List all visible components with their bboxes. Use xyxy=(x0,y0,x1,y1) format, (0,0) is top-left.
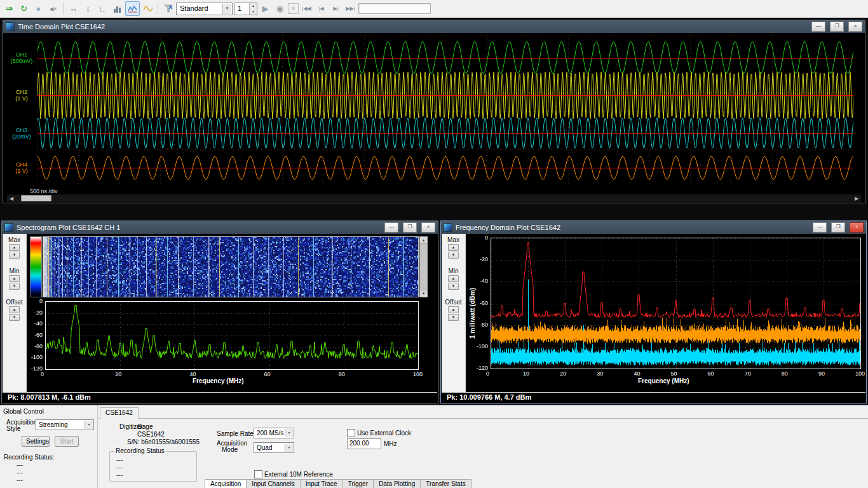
offset-down-button[interactable]: ▼ xyxy=(448,314,459,321)
count-spinner[interactable]: 1 ▲▼ xyxy=(234,3,257,15)
acquisition-style-select[interactable]: Streaming ▼ xyxy=(36,419,94,430)
run-icon[interactable]: ⇒ xyxy=(3,2,16,15)
bottom-control-panel: Global Control Acquisition Style Streami… xyxy=(0,405,868,488)
scroll-right-icon[interactable]: ▶ xyxy=(852,196,861,201)
close-button[interactable]: × xyxy=(848,22,862,32)
first-frame-button[interactable]: |◀◀ xyxy=(300,2,313,15)
time-domain-plot[interactable] xyxy=(37,36,853,187)
prev-frame-button[interactable]: |◀ xyxy=(315,2,328,15)
device-tab[interactable]: CSE1642 xyxy=(100,407,139,419)
digitizer-serial: S/N: b6e01555/a6001555 xyxy=(127,438,200,445)
bottom-tab-transfer-stats[interactable]: Transfer Stats xyxy=(420,479,471,488)
max-up-button[interactable]: ▲ xyxy=(448,244,459,251)
max-control: Max ▲ ▼ xyxy=(442,236,465,259)
spectrum-xlabel: Frequency (MHz) xyxy=(193,377,244,384)
recording-status-line: --- xyxy=(17,461,23,469)
close-button[interactable]: × xyxy=(850,222,864,233)
colorscale-bar xyxy=(30,236,42,297)
preset-value: Standard xyxy=(180,4,208,12)
ch1-spectrum-plot[interactable] xyxy=(45,301,419,370)
settings-button[interactable]: Settings xyxy=(22,436,50,447)
close-button[interactable]: × xyxy=(421,222,435,233)
max-up-button[interactable]: ▲ xyxy=(9,244,20,251)
start-button[interactable]: Start xyxy=(55,436,79,447)
restore-button[interactable]: ❐ xyxy=(403,222,417,233)
external-clock-units-label: MHz xyxy=(384,440,397,447)
restore-button[interactable]: ❐ xyxy=(831,222,845,233)
min-up-button[interactable]: ▲ xyxy=(9,275,20,282)
bottom-tab-input-channels[interactable]: Input Channels xyxy=(246,479,300,488)
offset-down-button[interactable]: ▼ xyxy=(9,314,20,321)
spin-up-icon[interactable]: ▲ xyxy=(249,3,257,9)
histogram-icon[interactable] xyxy=(111,2,124,15)
abort-button[interactable]: × xyxy=(288,3,299,14)
acquisition-mode-select[interactable]: Quad ▼ xyxy=(254,442,294,453)
window-title: Spectrogram Plot CSE1642 CH 1 xyxy=(17,224,380,231)
frequency-scale-controls: Max ▲ ▼ Min ▲ ▼ Offset ▲ ▼ xyxy=(442,234,466,392)
sphere-icon[interactable]: ● xyxy=(32,2,45,15)
spin-down-icon[interactable]: ▼ xyxy=(249,9,257,15)
minimize-button[interactable]: — xyxy=(384,222,398,233)
frequency-domain-plot[interactable] xyxy=(491,238,861,369)
use-external-clock-checkbox[interactable] xyxy=(347,429,355,437)
restore-button[interactable]: ❐ xyxy=(830,22,844,32)
chevron-down-icon[interactable]: ▼ xyxy=(85,421,93,429)
waterfall-scrollbar[interactable]: ▲ ▼ xyxy=(419,236,428,297)
chevron-down-icon[interactable]: ▼ xyxy=(285,429,293,437)
bottom-tab-trigger[interactable]: Trigger xyxy=(342,479,374,488)
min-down-button[interactable]: ▼ xyxy=(448,283,459,290)
bottom-tab-acquisition[interactable]: Acquisition xyxy=(205,479,247,488)
message-box[interactable] xyxy=(358,3,431,14)
external-ref-checkbox[interactable] xyxy=(254,470,262,478)
minimize-button[interactable]: — xyxy=(813,222,827,233)
last-frame-button[interactable]: ▶▶| xyxy=(344,2,357,15)
line-plot-icon[interactable] xyxy=(125,1,140,16)
spectrum-ytick: -20 xyxy=(25,309,43,316)
sample-rate-select[interactable]: 200 MS/s ▼ xyxy=(254,428,294,438)
record-button[interactable]: ◉ xyxy=(273,2,287,15)
spectrum-ytick: 0 xyxy=(25,298,43,304)
angle-measure-icon[interactable]: ∟ xyxy=(96,2,109,15)
recording-status-line: --- xyxy=(116,456,123,464)
smooth-plot-icon[interactable] xyxy=(141,2,154,15)
play-button[interactable]: ▶ xyxy=(259,2,272,15)
time-horizontal-scrollbar[interactable]: ◀ ▶ xyxy=(7,194,861,202)
frequency-domain-titlebar[interactable]: Frequency Domain Plot CSE1642 — ❐ × xyxy=(441,221,866,234)
spectrogram-waterfall[interactable] xyxy=(43,236,419,297)
min-down-button[interactable]: ▼ xyxy=(9,283,20,290)
bottom-tab-input-trace[interactable]: Input Trace xyxy=(300,479,343,488)
scroll-thumb[interactable] xyxy=(420,243,427,290)
chevron-down-icon[interactable]: ▼ xyxy=(285,444,293,452)
min-up-button[interactable]: ▲ xyxy=(448,275,459,282)
toolbar-separator xyxy=(63,3,64,15)
recording-status-lines: --------- xyxy=(116,456,123,479)
preset-select[interactable]: Standard ▼ xyxy=(176,3,233,15)
application-window: ⇒ ↻ ● ◀× ↔ ↕ ∟ Standard ▼ 1 ▲▼ ▶ ◉ × | xyxy=(0,0,868,488)
measure-horizontal-icon[interactable]: ↔ xyxy=(67,2,80,15)
frequency-ytick: -120 xyxy=(468,365,488,371)
offset-up-button[interactable]: ▲ xyxy=(448,306,459,313)
filter-clear-icon[interactable] xyxy=(161,2,175,15)
spectrum-xtick: 80 xyxy=(339,371,349,377)
scroll-down-icon[interactable]: ▼ xyxy=(420,290,427,297)
spectrogram-titlebar[interactable]: Spectrogram Plot CSE1642 CH 1 — ❐ × xyxy=(2,221,438,234)
chevron-down-icon[interactable]: ▼ xyxy=(222,4,231,14)
scroll-up-icon[interactable]: ▲ xyxy=(420,237,427,243)
scroll-left-icon[interactable]: ◀ xyxy=(7,196,16,201)
min-control: Min ▲ ▼ xyxy=(442,268,465,290)
next-frame-button[interactable]: ▶| xyxy=(329,2,342,15)
time-domain-titlebar[interactable]: Time Domain Plot CSE1642 — ❐ × xyxy=(3,20,865,33)
restart-icon[interactable]: ↻ xyxy=(17,2,31,15)
frequency-xtick: 30 xyxy=(597,370,607,377)
audio-mute-icon[interactable]: ◀× xyxy=(46,2,60,15)
max-down-button[interactable]: ▼ xyxy=(9,252,20,259)
external-clock-freq-input[interactable]: 200.00 xyxy=(347,438,381,449)
max-down-button[interactable]: ▼ xyxy=(448,252,459,259)
scroll-thumb[interactable] xyxy=(21,195,51,201)
window-title: Time Domain Plot CSE1642 xyxy=(18,23,807,30)
minimize-button[interactable]: — xyxy=(811,22,825,32)
offset-control: Offset ▲ ▼ xyxy=(442,299,465,321)
offset-up-button[interactable]: ▲ xyxy=(9,306,20,313)
bottom-tab-data-plotting[interactable]: Data Plotting xyxy=(373,479,421,488)
measure-vertical-icon[interactable]: ↕ xyxy=(81,2,95,15)
